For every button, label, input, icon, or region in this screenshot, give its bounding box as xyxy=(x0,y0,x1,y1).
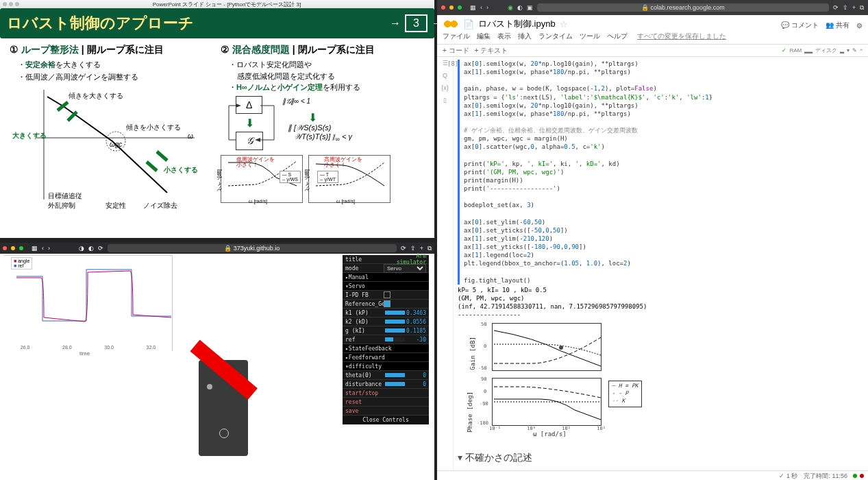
pivot-icon xyxy=(207,384,212,389)
b2: 低周波／高周波ゲインを調整する xyxy=(18,71,214,84)
dist-val[interactable]: 0 xyxy=(406,381,426,387)
g-slider[interactable] xyxy=(385,328,405,333)
target-circle-icon xyxy=(219,429,229,438)
share-button[interactable]: 👥 共有 xyxy=(826,21,850,30)
h2a: 混合感度問題 xyxy=(232,44,290,55)
colab-footer: ✓ 1 秒 完了時間: 11:56 xyxy=(437,470,868,480)
wt: 𝒲T(s)T(s) xyxy=(294,132,328,141)
safari-toolbar: ▦‹› ◑◐⟳ 🔒 373yuki.github.io ⟳⇪+⧉ xyxy=(0,243,434,254)
vars-icon[interactable]: {x} xyxy=(437,82,453,94)
bode-yl2: Phase [deg] xyxy=(466,392,474,433)
maximize-icon[interactable] xyxy=(458,5,462,10)
llW: γ/WS xyxy=(286,177,298,182)
g-val[interactable]: 0.1185 xyxy=(406,328,426,334)
h2b: 閉ループ系に注目 xyxy=(298,44,375,55)
sf-folder[interactable]: ▸ StateFeedback xyxy=(343,344,429,353)
plot-xlabel: time xyxy=(79,350,90,357)
k2-slider[interactable] xyxy=(385,320,405,324)
settings-icon[interactable]: ⚙ xyxy=(856,22,863,29)
lab2: 外乱抑制 xyxy=(48,201,75,211)
ipd-checkbox[interactable] xyxy=(384,291,390,298)
theta0-slider[interactable] xyxy=(385,373,405,377)
col-1: ① ループ整形法 | 開ループ系に注目 安定余裕を大きくする 低周波／高周波ゲイ… xyxy=(10,44,214,213)
add-code-button[interactable]: + コード xyxy=(443,46,469,56)
notebook-content[interactable]: [8] ax[0].semilogx(w, 20*np.log10(gain),… xyxy=(454,57,868,470)
code-cell-8[interactable]: ax[0].semilogx(w, 20*np.log10(gain), **p… xyxy=(464,60,864,285)
ram-label: RAM xyxy=(789,47,802,53)
maximize-icon[interactable] xyxy=(19,246,23,250)
left-gutter: ☰ Q {x} ▯ xyxy=(437,57,454,470)
xw1: ω [rad/s] xyxy=(249,199,267,204)
wgc: ωgc xyxy=(110,141,122,148)
diff-folder[interactable]: ▾ difficulty xyxy=(343,362,429,371)
comment-button[interactable]: 💬 コメント xyxy=(781,21,819,30)
ff-folder[interactable]: ▸ Feedforward xyxy=(343,353,429,362)
colab-menu[interactable]: ファイル 編集 表示 挿入 ランタイム ツール ヘルプ すべての変更を保存しまし… xyxy=(443,32,863,41)
leg-ref: ref xyxy=(18,263,23,268)
minimize-icon[interactable] xyxy=(11,246,15,250)
k2-val[interactable]: 0.0556 xyxy=(406,319,426,325)
bleg2: K xyxy=(621,398,625,404)
reset-button[interactable]: reset xyxy=(343,398,429,407)
svg-point-5 xyxy=(559,346,563,350)
lab3: 安定性 xyxy=(106,201,126,211)
datgui-panel[interactable]: titleArm simulator modeServo ▸ Manual ▾ … xyxy=(343,255,429,424)
leg-angle: angle xyxy=(18,259,29,263)
close-icon[interactable] xyxy=(3,246,7,250)
close-controls-button[interactable]: Close Controls xyxy=(343,416,429,424)
startstop-button[interactable]: start/stop xyxy=(343,389,429,398)
k1-slider[interactable] xyxy=(385,311,405,315)
save-button[interactable]: save xyxy=(343,407,429,416)
mode-select[interactable]: Servo xyxy=(384,264,426,273)
refgen-checkbox[interactable] xyxy=(384,300,390,307)
xt3: 32.0 xyxy=(147,345,156,350)
h2-num: ② xyxy=(221,44,230,55)
menu-help[interactable]: ヘルプ xyxy=(607,32,628,41)
url-bar[interactable]: 🔒 373yuki.github.io xyxy=(108,244,397,252)
menu-view[interactable]: 表示 xyxy=(497,32,511,41)
refgen: Reference_Gen xyxy=(345,301,384,307)
yg1: ゲイン [dB] xyxy=(216,169,223,195)
manual-folder[interactable]: ▸ Manual xyxy=(343,273,429,282)
page-number: 3 xyxy=(405,14,427,32)
save-status: すべての変更を保存しました xyxy=(637,32,726,41)
c2b3s: を利用する xyxy=(323,83,360,91)
menu-runtime[interactable]: ランタイム xyxy=(538,32,573,41)
bleg0: H = PK xyxy=(619,383,638,389)
menu-insert[interactable]: 挿入 xyxy=(518,32,532,41)
minimize-icon[interactable] xyxy=(449,5,454,10)
ref-val[interactable]: -30 xyxy=(406,337,426,343)
section-heading[interactable]: 不確かさの記述 xyxy=(458,452,864,465)
add-text-button[interactable]: + テキスト xyxy=(475,46,508,56)
servo-folder[interactable]: ▾ Servo xyxy=(343,282,429,291)
notebook-name[interactable]: ロバスト制御.ipynb xyxy=(478,18,556,30)
dist-slider[interactable] xyxy=(385,382,405,386)
h1-num: ① xyxy=(10,44,18,55)
status-green-icon xyxy=(853,474,857,478)
menu-tools[interactable]: ツール xyxy=(580,32,600,41)
rlT: T xyxy=(326,172,329,177)
angle-plot: ■ angle ■ ref 26.0 28.0 30.0 32.0 time xyxy=(4,255,173,351)
colab-url[interactable]: 🔒 colab.research.google.com xyxy=(537,3,829,12)
cell8-num: [8] xyxy=(447,60,458,68)
disk-label: ディスク xyxy=(815,47,837,54)
search-icon[interactable]: Q xyxy=(437,69,453,82)
bleg1: P xyxy=(625,390,628,396)
h1a: ループ整形法 xyxy=(21,44,79,55)
colab-window: ▦‹› ◉◐▣ 🔒 colab.research.google.com ⟳⇪+⧉… xyxy=(437,0,868,480)
ineq1: ‖𝒢‖∞ < 1 xyxy=(282,97,310,106)
menu-edit[interactable]: 編集 xyxy=(477,32,491,41)
menu-file[interactable]: ファイル xyxy=(443,32,470,41)
k1-val[interactable]: 0.3463 xyxy=(406,310,426,316)
folder-icon[interactable]: ▯ xyxy=(437,94,453,106)
llS: S xyxy=(288,172,292,177)
svg-marker-4 xyxy=(236,104,241,108)
pp-titlebar: PowerPoint スライド ショー - [Pythonでモデルベース設計 3… xyxy=(0,0,434,8)
col-2: ② 混合感度問題 | 閉ループ系に注目 ロバスト安定化問題や 感度低減化問題を定… xyxy=(221,44,425,213)
settings-icon[interactable]: ✎ xyxy=(852,47,857,53)
close-icon[interactable] xyxy=(441,5,445,10)
ref-slider[interactable] xyxy=(385,337,405,341)
c2b3m: と xyxy=(270,83,277,91)
ws: 𝒲S(s)S(s) xyxy=(296,123,331,132)
theta0-val[interactable]: 0 xyxy=(406,372,426,379)
